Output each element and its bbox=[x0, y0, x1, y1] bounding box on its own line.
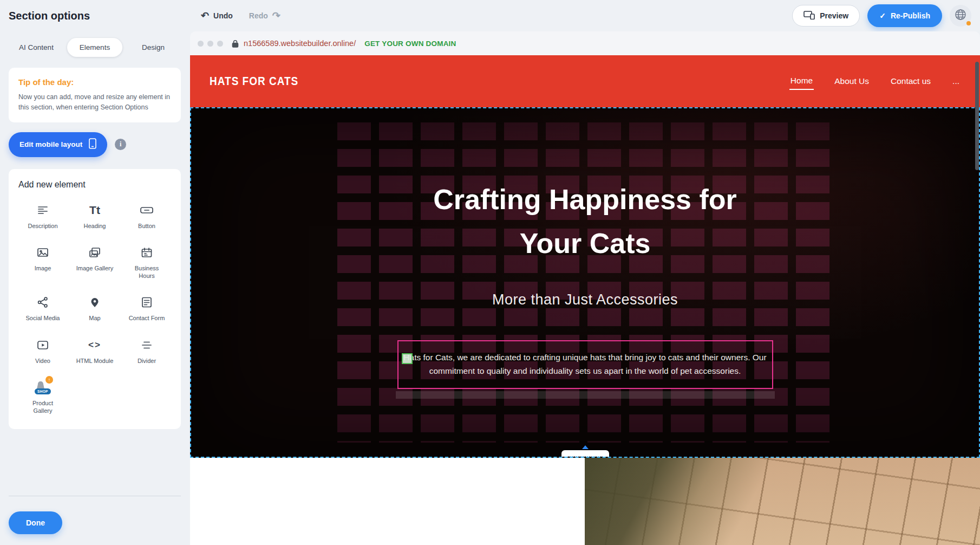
browser-chrome-bar: n1566589.websitebuilder.online/ GET YOUR… bbox=[190, 31, 980, 55]
element-grid: Description Tt Heading Button Ima bbox=[18, 203, 171, 415]
tip-title: Tip of the day: bbox=[18, 77, 171, 87]
html-module-icon: <> bbox=[88, 338, 101, 353]
get-domain-link[interactable]: GET YOUR OWN DOMAIN bbox=[364, 40, 456, 48]
topbar: Section options ↶ Undo Redo ↷ Preview ✓ … bbox=[0, 0, 980, 31]
window-dot bbox=[217, 41, 223, 47]
element-heading[interactable]: Tt Heading bbox=[70, 203, 119, 230]
element-video[interactable]: Video bbox=[18, 338, 67, 365]
tab-elements[interactable]: Elements bbox=[67, 38, 122, 57]
map-pin-icon bbox=[88, 295, 101, 310]
check-icon: ✓ bbox=[879, 11, 886, 20]
history-controls: ↶ Undo Redo ↷ bbox=[201, 11, 280, 21]
video-icon bbox=[36, 338, 49, 353]
contact-form-icon bbox=[140, 295, 153, 310]
preview-button[interactable]: Preview bbox=[792, 5, 860, 27]
site-nav: Home About Us Contact us ... bbox=[789, 73, 961, 90]
hero-paragraph-selected[interactable]: Hats for Cats, we are dedicated to craft… bbox=[397, 340, 773, 389]
globe-icon bbox=[954, 8, 967, 23]
element-resize-handle[interactable] bbox=[402, 353, 413, 364]
upgrade-badge-icon: ↑ bbox=[45, 376, 53, 384]
redo-icon: ↷ bbox=[272, 11, 280, 21]
hero-heading[interactable]: Crafting Happiness for Your Cats bbox=[407, 178, 764, 265]
tip-body: Now you can add, move and resize any ele… bbox=[18, 92, 171, 113]
button-icon bbox=[140, 203, 154, 218]
redo-button[interactable]: Redo ↷ bbox=[249, 11, 280, 21]
undo-label: Undo bbox=[213, 11, 233, 20]
paragraph-ghost-bar bbox=[396, 391, 775, 399]
done-button[interactable]: Done bbox=[9, 511, 62, 534]
social-media-icon bbox=[36, 295, 49, 310]
window-dot bbox=[207, 41, 213, 47]
language-globe-button[interactable] bbox=[950, 5, 971, 27]
business-hours-icon bbox=[140, 245, 153, 260]
window-control-dots bbox=[198, 41, 223, 47]
preview-label: Preview bbox=[820, 11, 848, 20]
nav-more[interactable]: ... bbox=[951, 73, 961, 89]
description-icon bbox=[36, 203, 49, 218]
devices-icon bbox=[803, 11, 815, 21]
heading-icon: Tt bbox=[89, 203, 100, 218]
element-social-media[interactable]: Social Media bbox=[18, 295, 67, 322]
next-section[interactable] bbox=[190, 458, 980, 545]
element-business-hours[interactable]: Business Hours bbox=[122, 245, 171, 280]
edit-mobile-row: Edit mobile layout i bbox=[9, 132, 181, 157]
edit-mobile-label: Edit mobile layout bbox=[19, 140, 82, 148]
scrollbar-thumb[interactable] bbox=[975, 62, 979, 170]
republish-label: Re-Publish bbox=[891, 11, 930, 20]
hero-section-selected[interactable]: Crafting Happiness for Your Cats More th… bbox=[190, 107, 980, 458]
paving-photo bbox=[585, 458, 980, 545]
sidebar-tabs: AI Content Elements Design bbox=[9, 38, 181, 57]
element-product-gallery[interactable]: SHOP ↑ Product Gallery bbox=[18, 380, 67, 415]
nav-home[interactable]: Home bbox=[789, 73, 814, 90]
shop-badge: SHOP bbox=[35, 388, 51, 394]
image-gallery-icon bbox=[88, 245, 101, 260]
redo-label: Redo bbox=[249, 11, 268, 20]
edit-mobile-layout-button[interactable]: Edit mobile layout bbox=[9, 132, 107, 157]
site-logo[interactable]: HATS FOR CATS bbox=[210, 74, 298, 88]
tab-ai-content[interactable]: AI Content bbox=[9, 38, 64, 57]
section-resize-handle[interactable] bbox=[561, 450, 609, 458]
topbar-actions: Preview ✓ Re-Publish bbox=[792, 4, 971, 27]
undo-icon: ↶ bbox=[201, 11, 209, 21]
site-header: HATS FOR CATS Home About Us Contact us .… bbox=[190, 55, 980, 107]
nav-about-us[interactable]: About Us bbox=[833, 73, 870, 89]
nav-contact-us[interactable]: Contact us bbox=[890, 73, 932, 89]
lock-icon bbox=[232, 40, 239, 48]
element-divider[interactable]: Divider bbox=[122, 338, 171, 365]
element-image[interactable]: Image bbox=[18, 245, 67, 280]
element-description[interactable]: Description bbox=[18, 203, 67, 230]
element-image-gallery[interactable]: Image Gallery bbox=[70, 245, 119, 280]
undo-button[interactable]: ↶ Undo bbox=[201, 11, 233, 21]
image-icon bbox=[36, 245, 49, 260]
website-builder-app: Section options ↶ Undo Redo ↷ Preview ✓ … bbox=[0, 0, 980, 545]
sidebar-divider bbox=[9, 496, 181, 496]
tab-design[interactable]: Design bbox=[126, 38, 181, 57]
site-url[interactable]: n1566589.websitebuilder.online/ bbox=[244, 39, 356, 48]
hero-paragraph-text[interactable]: Hats for Cats, we are dedicated to craft… bbox=[403, 351, 768, 378]
notification-dot bbox=[966, 21, 971, 25]
add-element-card: Add new element Description Tt Heading bbox=[9, 169, 181, 429]
element-contact-form[interactable]: Contact Form bbox=[122, 295, 171, 322]
resize-dotted-line bbox=[568, 456, 603, 457]
section-options-sidebar: AI Content Elements Design Tip of the da… bbox=[0, 31, 190, 545]
element-map[interactable]: Map bbox=[70, 295, 119, 322]
divider-icon bbox=[140, 338, 153, 353]
add-element-title: Add new element bbox=[18, 180, 171, 190]
editor-canvas: n1566589.websitebuilder.online/ GET YOUR… bbox=[190, 31, 980, 545]
canvas-scrollbar[interactable] bbox=[975, 31, 979, 545]
window-dot bbox=[198, 41, 204, 47]
element-button[interactable]: Button bbox=[122, 203, 171, 230]
phone-icon bbox=[89, 138, 96, 151]
element-html-module[interactable]: <> HTML Module bbox=[70, 338, 119, 365]
hero-subheading[interactable]: More than Just Accessories bbox=[492, 291, 678, 308]
product-gallery-icon: SHOP ↑ bbox=[32, 380, 53, 395]
tip-of-the-day-card: Tip of the day: Now you can add, move an… bbox=[9, 68, 181, 122]
info-icon[interactable]: i bbox=[115, 139, 126, 150]
page-title: Section options bbox=[9, 10, 90, 22]
republish-button[interactable]: ✓ Re-Publish bbox=[867, 4, 942, 27]
